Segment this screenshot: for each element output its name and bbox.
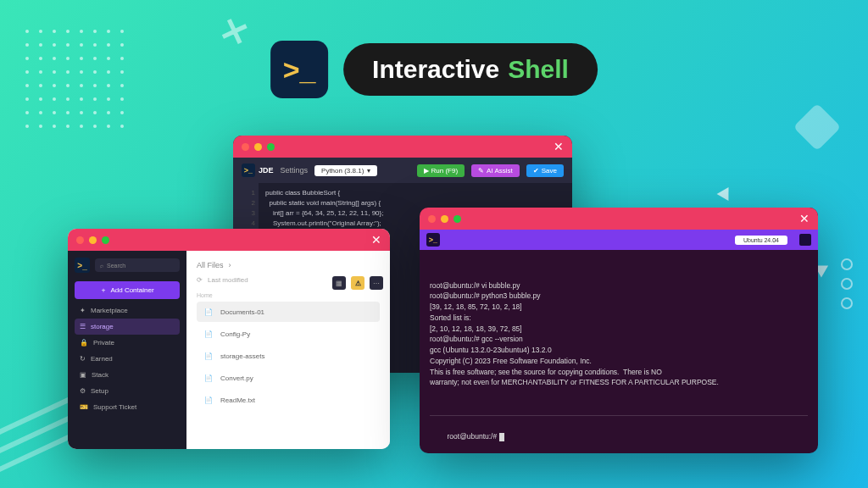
file-item[interactable]: 📄Documents-01 [197, 302, 380, 322]
hero-title: Interactive Shell [343, 43, 598, 96]
terminal-icon: >_ [75, 258, 90, 273]
sidebar-item-label: Private [93, 339, 114, 347]
search-input[interactable]: ⌕Search [95, 258, 180, 272]
file-icon: 📄 [203, 329, 214, 339]
settings-link[interactable]: Settings [281, 166, 309, 175]
bg-dot-grid [25, 30, 124, 128]
sidebar-item-label: Stack [92, 371, 108, 379]
prompt: root@ubuntu:/# [447, 432, 498, 441]
file-item[interactable]: 📄Config-Py [197, 324, 380, 344]
terminal-line: [39, 12, 18, 85, 72, 10, 2, 18] [430, 302, 808, 313]
cursor-icon [499, 433, 504, 441]
ide-brand: >_JDE [242, 164, 274, 177]
sidebar-item-label: Earned [91, 355, 113, 363]
terminal-line: Sorted list is: [430, 313, 808, 324]
terminal-output[interactable]: root@ubuntu:/# vi bubble.pyroot@ubuntu:/… [420, 250, 818, 453]
sidebar-item-support-ticket[interactable]: 🎫Support Ticket [75, 399, 180, 415]
terminal-icon: >_ [283, 53, 316, 86]
ide-titlebar[interactable]: ✕ [233, 136, 572, 158]
file-manager-window: ✕ >_ ⌕Search ＋ Add Container ✦Marketplac… [68, 229, 390, 449]
ai-assist-button[interactable]: ✎ AI Assist [471, 164, 520, 177]
sidebar-item-stack[interactable]: ▣Stack [75, 367, 180, 383]
fullscreen-button[interactable] [799, 234, 811, 246]
file-icon: 📄 [203, 395, 214, 405]
menu-button[interactable]: ⋯ [370, 276, 383, 290]
window-controls[interactable] [428, 215, 461, 223]
bg-x-icon: ✕ [214, 9, 255, 56]
save-button[interactable]: ✔ Save [526, 164, 564, 177]
notification-badge[interactable]: ⚠ [351, 276, 364, 290]
file-name: Config-Py [220, 330, 250, 338]
sidebar-item-private[interactable]: 🔒Private [75, 335, 180, 351]
window-controls[interactable] [76, 236, 109, 244]
sidebar-icon: ⚙ [80, 387, 86, 395]
terminal-line: Copyright (C) 2023 Free Software Foundat… [430, 356, 808, 367]
fm-sidebar: >_ ⌕Search ＋ Add Container ✦Marketplace☰… [68, 251, 186, 449]
sidebar-icon: ☰ [80, 323, 86, 330]
run-button[interactable]: ▶ Run (F9) [417, 164, 465, 177]
terminal-window: ✕ >_ Ubuntu 24.04 root@ubuntu:/# vi bubb… [420, 208, 818, 453]
terminal-line: root@ubuntu:/# python3 bubble.py [430, 291, 808, 302]
bg-circle-icon [841, 258, 853, 270]
sidebar-item-setup[interactable]: ⚙Setup [75, 383, 180, 399]
hero-word-1: Interactive [372, 55, 499, 84]
window-controls[interactable] [242, 143, 275, 151]
file-item[interactable]: 📄storage-assets [197, 346, 380, 366]
file-item[interactable]: 📄ReadMe.txt [197, 390, 380, 410]
file-icon: 📄 [203, 373, 214, 383]
search-icon: ⌕ [100, 263, 103, 269]
file-icon: 📄 [203, 351, 214, 361]
terminal-line: [2, 10, 12, 18, 18, 39, 72, 85] [430, 324, 808, 335]
hero: >_ Interactive Shell [270, 41, 598, 98]
file-name: Documents-01 [220, 308, 264, 316]
close-icon[interactable]: ✕ [799, 212, 810, 225]
terminal-line: This is free software; see the source fo… [430, 367, 808, 378]
terminal-line: warranty; not even for MERCHANTABILITY o… [430, 377, 808, 388]
sidebar-icon: ↻ [80, 355, 86, 363]
close-icon[interactable]: ✕ [371, 233, 381, 247]
term-toolbar: >_ Ubuntu 24.04 [420, 230, 818, 250]
terminal-line: gcc (Ubuntu 13.2.0-23ubuntu4) 13.2.0 [430, 345, 808, 356]
sidebar-icon: ✦ [80, 307, 86, 314]
sidebar-item-storage[interactable]: ☰storage [75, 319, 180, 335]
sidebar-item-marketplace[interactable]: ✦Marketplace [75, 302, 180, 319]
hero-word-2: Shell [508, 55, 569, 84]
file-item[interactable]: 📄Convert.py [197, 368, 380, 388]
file-name: ReadMe.txt [220, 396, 255, 404]
sidebar-item-label: storage [91, 323, 114, 330]
close-icon[interactable]: ✕ [554, 140, 564, 153]
ide-toolbar: >_JDE Settings Python (3.8.1)▾ ▶ Run (F9… [233, 158, 572, 183]
term-titlebar[interactable]: ✕ [420, 208, 818, 230]
bg-circle-icon [841, 278, 853, 290]
sidebar-item-label: Marketplace [91, 307, 128, 314]
sidebar-icon: ▣ [80, 371, 86, 379]
bg-triangle-icon [717, 184, 735, 201]
fm-main: ▦ ⚠ ⋯ All Files › ⟳ Last modified Home 📄… [186, 251, 390, 449]
terminal-line: root@ubuntu:/# gcc --version [430, 334, 808, 345]
sidebar-item-label: Support Ticket [93, 403, 136, 411]
file-icon: 📄 [203, 307, 214, 317]
fm-titlebar[interactable]: ✕ [68, 229, 390, 251]
terminal-icon: >_ [426, 233, 440, 247]
bg-circle-icon [841, 297, 853, 309]
divider [430, 415, 808, 416]
chevron-right-icon: › [229, 261, 231, 269]
file-name: Convert.py [220, 374, 253, 382]
section-label: Home [197, 292, 380, 298]
chevron-down-icon: ▾ [367, 167, 370, 175]
sidebar-item-label: Setup [91, 387, 108, 395]
view-toggle-button[interactable]: ▦ [332, 276, 346, 290]
terminal-icon: >_ [242, 164, 255, 177]
app-logo: >_ [270, 41, 328, 98]
sidebar-icon: 🔒 [80, 339, 88, 347]
file-name: storage-assets [220, 352, 264, 360]
breadcrumb[interactable]: All Files › [197, 261, 380, 269]
add-container-button[interactable]: ＋ Add Container [75, 281, 180, 299]
terminal-line: root@ubuntu:/# vi bubble.py [430, 280, 808, 291]
bg-diamond [793, 103, 842, 152]
os-label[interactable]: Ubuntu 24.04 [735, 236, 787, 245]
sidebar-item-earned[interactable]: ↻Earned [75, 351, 180, 367]
sidebar-icon: 🎫 [80, 403, 88, 411]
language-select[interactable]: Python (3.8.1)▾ [314, 165, 377, 176]
